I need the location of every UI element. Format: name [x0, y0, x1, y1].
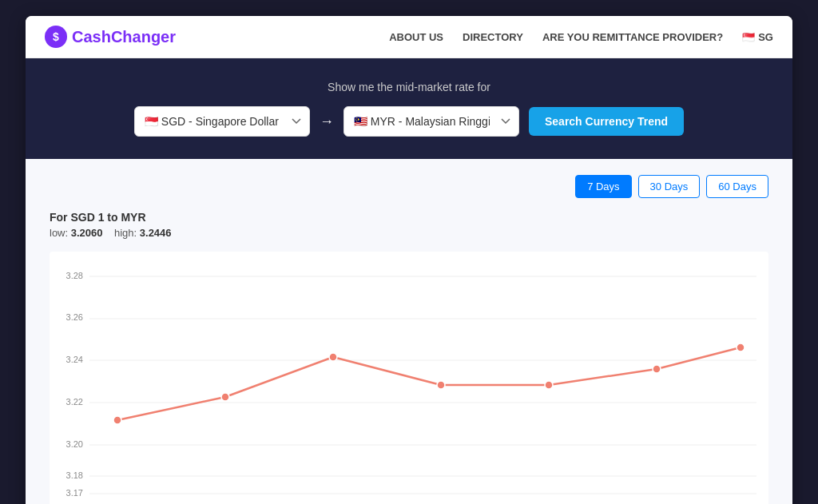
header: $ CashChanger ABOUT US DIRECTORY ARE YOU… [26, 16, 792, 58]
svg-point-23 [329, 353, 337, 361]
chart-title: For SGD 1 to MYR [50, 211, 768, 224]
chart-subtitle: low: 3.2060 high: 3.2446 [50, 227, 768, 239]
arrow-icon: → [320, 113, 334, 130]
page-wrapper: $ CashChanger ABOUT US DIRECTORY ARE YOU… [26, 16, 792, 504]
hero-label: Show me the mid-market rate for [58, 81, 760, 93]
logo-text: CashChanger [72, 28, 176, 46]
svg-text:3.22: 3.22 [66, 397, 83, 407]
hero-section: Show me the mid-market rate for 🇸🇬 SGD -… [26, 58, 792, 159]
60-days-button[interactable]: 60 Days [706, 175, 768, 198]
nav-country[interactable]: 🇸🇬 SG [742, 31, 773, 43]
svg-text:3.24: 3.24 [66, 355, 83, 364]
svg-point-25 [545, 381, 553, 389]
chart-controls: 7 Days 30 Days 60 Days [50, 175, 768, 198]
chart-area: 7 Days 30 Days 60 Days For SGD 1 to MYR … [26, 159, 792, 504]
svg-text:3.17: 3.17 [66, 488, 83, 498]
logo: $ CashChanger [45, 26, 176, 48]
svg-text:3.28: 3.28 [66, 271, 83, 280]
to-currency-select[interactable]: 🇲🇾 MYR - Malaysian Ringgit [343, 106, 519, 137]
svg-point-24 [437, 381, 445, 389]
svg-point-22 [221, 393, 229, 401]
low-label: low: [50, 227, 68, 239]
svg-point-21 [113, 416, 121, 424]
country-code: SG [758, 31, 773, 43]
high-value: 3.2446 [140, 227, 172, 239]
svg-text:3.18: 3.18 [66, 470, 83, 480]
nav-directory[interactable]: DIRECTORY [463, 31, 523, 43]
logo-icon: $ [45, 26, 67, 48]
30-days-button[interactable]: 30 Days [638, 175, 701, 198]
7-days-button[interactable]: 7 Days [575, 175, 631, 198]
svg-text:3.20: 3.20 [66, 439, 83, 449]
chart-container: 3.28 3.26 3.24 3.22 3.20 3.18 3.17 [50, 252, 768, 504]
main-nav: ABOUT US DIRECTORY ARE YOU REMITTANCE PR… [389, 31, 773, 43]
chart-svg: 3.28 3.26 3.24 3.22 3.20 3.18 3.17 [56, 264, 762, 504]
high-label: high: [114, 227, 137, 239]
nav-about[interactable]: ABOUT US [389, 31, 443, 43]
svg-point-26 [653, 365, 661, 373]
nav-remittance[interactable]: ARE YOU REMITTANCE PROVIDER? [542, 31, 723, 43]
flag-icon: 🇸🇬 [742, 31, 755, 43]
search-currency-trend-button[interactable]: Search Currency Trend [529, 107, 684, 136]
hero-controls: 🇸🇬 SGD - Singapore Dollar → 🇲🇾 MYR - Mal… [58, 106, 760, 137]
svg-point-27 [737, 343, 745, 351]
low-value: 3.2060 [71, 227, 103, 239]
from-currency-select[interactable]: 🇸🇬 SGD - Singapore Dollar [134, 106, 310, 137]
svg-text:3.26: 3.26 [66, 312, 83, 322]
